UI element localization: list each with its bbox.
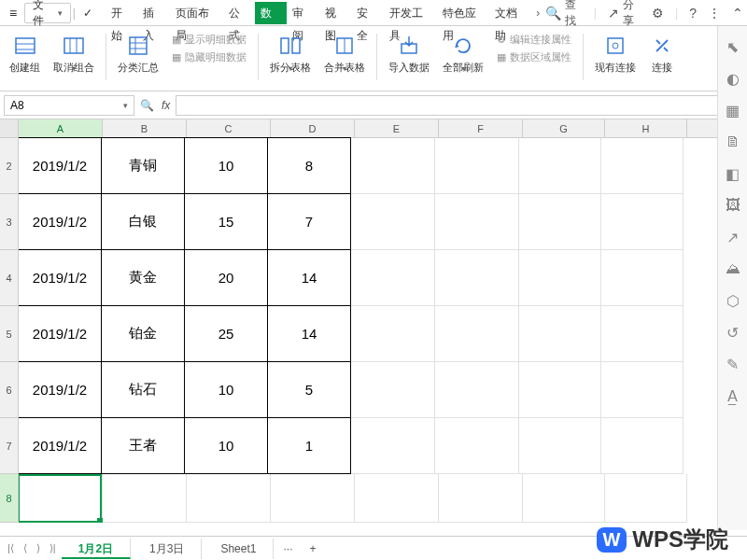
row-header-5[interactable]: 5: [0, 306, 18, 362]
cell[interactable]: 14: [267, 305, 351, 362]
select-all-corner[interactable]: [0, 119, 18, 138]
shape-icon[interactable]: ◐: [724, 69, 742, 88]
app-menu-icon[interactable]: ≡: [4, 3, 22, 23]
cell[interactable]: [519, 306, 601, 362]
save-icon[interactable]: ✓: [78, 3, 98, 23]
cell[interactable]: [351, 250, 435, 306]
cell[interactable]: 2019/1/2: [19, 361, 102, 418]
note-icon[interactable]: 🗎: [724, 133, 742, 151]
cell[interactable]: 王者: [101, 417, 185, 474]
create-group-button[interactable]: 创建组: [6, 30, 44, 75]
cell[interactable]: [605, 474, 687, 523]
search-button[interactable]: 🔍 查找: [545, 0, 583, 29]
cell[interactable]: 8: [267, 137, 351, 194]
font-icon[interactable]: A̲: [724, 386, 742, 405]
connections-button[interactable]: 连接: [645, 30, 679, 75]
tab-view[interactable]: 视图: [319, 2, 351, 24]
cell[interactable]: [435, 194, 519, 250]
table-icon[interactable]: ▦: [724, 101, 742, 119]
cell[interactable]: [271, 474, 355, 523]
col-header-a[interactable]: A: [19, 119, 103, 137]
cell[interactable]: [351, 362, 435, 418]
cell[interactable]: [601, 138, 684, 194]
cell[interactable]: [601, 250, 684, 306]
cell[interactable]: 2019/1/2: [19, 193, 102, 250]
cell[interactable]: 2019/1/2: [19, 305, 102, 362]
cell[interactable]: 青铜: [101, 137, 185, 194]
row-header-8[interactable]: 8: [0, 474, 18, 523]
row-header-7[interactable]: 7: [0, 418, 18, 474]
cell[interactable]: [519, 194, 601, 250]
sheet-nav-first-icon[interactable]: |⟨: [4, 542, 18, 554]
cell[interactable]: [435, 362, 519, 418]
row-header-2[interactable]: 2: [0, 138, 18, 194]
cell[interactable]: 7: [267, 193, 351, 250]
cell[interactable]: [523, 474, 605, 523]
share-button[interactable]: ↗ 分享: [608, 0, 641, 29]
col-header-g[interactable]: G: [523, 119, 605, 137]
col-header-f[interactable]: F: [439, 119, 523, 137]
grid[interactable]: A B C D E F G H 2019/1/2 青铜 10 8 2019/1/…: [19, 119, 747, 523]
cell[interactable]: [19, 474, 103, 523]
file-menu[interactable]: 文件 ▾: [24, 3, 70, 23]
pointer-icon[interactable]: ⬉: [724, 37, 742, 56]
cell[interactable]: 黄金: [101, 249, 185, 306]
cell[interactable]: 10: [184, 137, 268, 194]
export-icon[interactable]: ↗: [724, 228, 742, 246]
cell[interactable]: 2019/1/2: [19, 249, 102, 306]
cell[interactable]: 10: [184, 417, 268, 474]
sheet-tab[interactable]: Sheet1: [204, 539, 274, 559]
cell[interactable]: 14: [267, 249, 351, 306]
row-header-3[interactable]: 3: [0, 194, 18, 250]
sheet-tab[interactable]: 1月3日: [133, 539, 202, 559]
fx-icon[interactable]: fx: [162, 99, 170, 112]
row-header-4[interactable]: 4: [0, 250, 18, 306]
tab-insert[interactable]: 插入: [137, 2, 169, 24]
cell[interactable]: [435, 306, 519, 362]
cell[interactable]: [435, 250, 519, 306]
cell[interactable]: [519, 138, 601, 194]
format-icon[interactable]: ✎: [724, 355, 742, 373]
col-header-c[interactable]: C: [187, 119, 271, 137]
cell[interactable]: 2019/1/2: [19, 417, 102, 474]
cell[interactable]: 5: [267, 361, 351, 418]
tab-page-layout[interactable]: 页面布局: [170, 2, 223, 24]
cell[interactable]: [355, 474, 439, 523]
sheet-tab[interactable]: 1月2日: [62, 539, 131, 559]
tab-special[interactable]: 特色应用: [437, 2, 490, 24]
cell[interactable]: [351, 194, 435, 250]
settings-icon[interactable]: ⚙: [652, 6, 664, 21]
cell[interactable]: [601, 306, 684, 362]
sheet-nav-prev-icon[interactable]: ⟨: [20, 542, 31, 554]
cell[interactable]: 1: [267, 417, 351, 474]
tab-doc-help[interactable]: 文档助: [489, 2, 532, 24]
shield-icon[interactable]: ⬡: [724, 291, 742, 310]
cell[interactable]: 钻石: [101, 361, 185, 418]
cell[interactable]: [435, 138, 519, 194]
tab-overflow-icon[interactable]: ›: [532, 7, 543, 20]
history-icon[interactable]: ↺: [724, 323, 742, 342]
tab-formula[interactable]: 公式: [223, 2, 255, 24]
import-data-button[interactable]: 导入数据: [385, 30, 433, 75]
cell[interactable]: [351, 306, 435, 362]
collapse-ribbon-icon[interactable]: ⌃: [732, 6, 743, 21]
cell[interactable]: [601, 194, 684, 250]
cell[interactable]: 15: [184, 193, 268, 250]
tab-data[interactable]: 数据: [255, 2, 287, 24]
chart-icon[interactable]: ⛰: [724, 259, 742, 278]
sheet-nav-next-icon[interactable]: ⟩: [33, 542, 44, 554]
split-table-button[interactable]: 拆分表格: [266, 30, 315, 75]
cell[interactable]: [519, 418, 601, 474]
cell[interactable]: 10: [184, 361, 268, 418]
image-icon[interactable]: 🖼: [724, 196, 742, 215]
cell[interactable]: [519, 362, 601, 418]
row-header-6[interactable]: 6: [0, 362, 18, 418]
refresh-all-button[interactable]: 全部刷新: [439, 30, 487, 75]
cell[interactable]: 25: [184, 305, 268, 362]
col-header-b[interactable]: B: [103, 119, 187, 137]
cell[interactable]: [439, 474, 523, 523]
merge-table-button[interactable]: 合并表格: [320, 30, 369, 75]
cell[interactable]: 铂金: [101, 305, 185, 362]
cell[interactable]: 2019/1/2: [19, 137, 102, 194]
sheet-tab-more[interactable]: ···: [275, 539, 300, 559]
